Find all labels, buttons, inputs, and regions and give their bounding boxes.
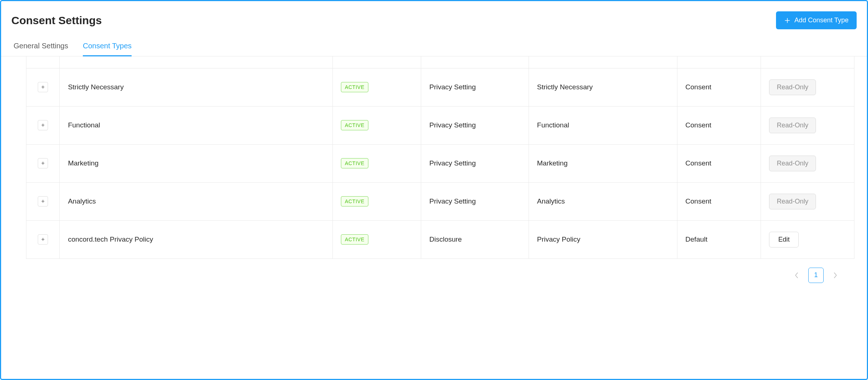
plus-icon [784, 17, 791, 24]
edit-button[interactable]: Edit [769, 232, 799, 247]
expand-row-button[interactable]: + [38, 234, 48, 245]
status-badge: ACTIVE [341, 158, 369, 168]
cell-basis: Consent [677, 68, 761, 106]
table-row: + Functional ACTIVE Privacy Setting Func… [26, 106, 854, 144]
page-title: Consent Settings [11, 14, 102, 27]
cell-subcategory: Marketing [529, 144, 677, 182]
cell-category: Disclosure [421, 220, 529, 258]
cell-basis: Consent [677, 106, 761, 144]
cell-name: Analytics [60, 182, 332, 220]
status-badge: ACTIVE [341, 120, 369, 130]
cell-name: Marketing [60, 144, 332, 182]
status-badge: ACTIVE [341, 196, 369, 206]
pagination-page-1[interactable]: 1 [808, 268, 824, 283]
readonly-button: Read-Only [769, 194, 816, 209]
add-consent-type-button[interactable]: Add Consent Type [776, 11, 857, 29]
expand-row-button[interactable]: + [38, 120, 48, 130]
cell-name: concord.tech Privacy Policy [60, 220, 332, 258]
cell-basis: Consent [677, 182, 761, 220]
readonly-button: Read-Only [769, 79, 816, 95]
tab-general-settings[interactable]: General Settings [14, 42, 68, 56]
cell-name: Functional [60, 106, 332, 144]
cell-basis: Consent [677, 144, 761, 182]
status-badge: ACTIVE [341, 234, 369, 245]
table-row: + Strictly Necessary ACTIVE Privacy Sett… [26, 68, 854, 106]
cell-subcategory: Privacy Policy [529, 220, 677, 258]
table-row: + Marketing ACTIVE Privacy Setting Marke… [26, 144, 854, 182]
pagination-prev-button[interactable] [790, 269, 803, 282]
cell-basis: Default [677, 220, 761, 258]
tabs: General Settings Consent Types [1, 32, 867, 56]
cell-name: Strictly Necessary [60, 68, 332, 106]
expand-row-button[interactable]: + [38, 158, 48, 168]
chevron-left-icon [794, 272, 799, 278]
table-row: + concord.tech Privacy Policy ACTIVE Dis… [26, 220, 854, 258]
expand-row-button[interactable]: + [38, 82, 48, 92]
add-button-label: Add Consent Type [794, 16, 849, 24]
tab-consent-types[interactable]: Consent Types [83, 42, 132, 56]
cell-category: Privacy Setting [421, 68, 529, 106]
cell-category: Privacy Setting [421, 106, 529, 144]
chevron-right-icon [833, 272, 838, 278]
cell-category: Privacy Setting [421, 144, 529, 182]
pagination: 1 [1, 259, 867, 292]
cell-subcategory: Functional [529, 106, 677, 144]
expand-row-button[interactable]: + [38, 196, 48, 206]
consent-types-table: + Strictly Necessary ACTIVE Privacy Sett… [26, 56, 854, 259]
readonly-button: Read-Only [769, 156, 816, 171]
cell-subcategory: Analytics [529, 182, 677, 220]
status-badge: ACTIVE [341, 82, 369, 92]
table-spacer-row [26, 56, 854, 68]
cell-subcategory: Strictly Necessary [529, 68, 677, 106]
table-row: + Analytics ACTIVE Privacy Setting Analy… [26, 182, 854, 220]
pagination-next-button[interactable] [829, 269, 842, 282]
cell-category: Privacy Setting [421, 182, 529, 220]
readonly-button: Read-Only [769, 118, 816, 133]
